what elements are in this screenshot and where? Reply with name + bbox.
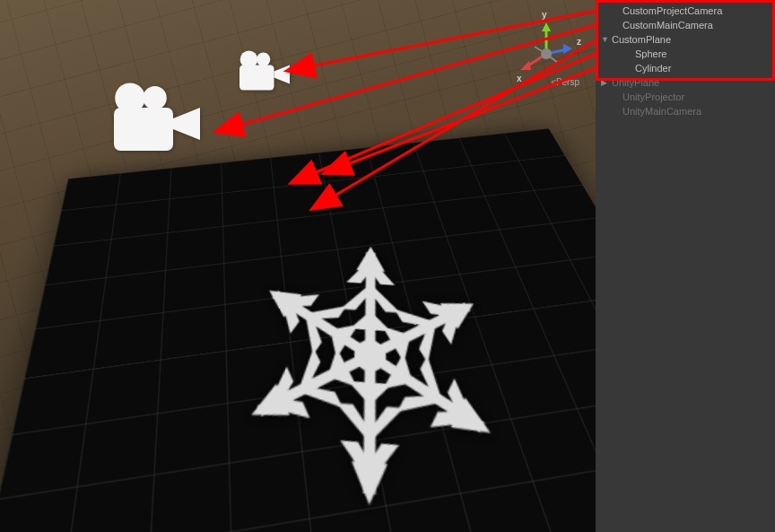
hierarchy-item-label: UnityProjector [623, 92, 684, 102]
hierarchy-item-label: UnityMainCamera [623, 106, 701, 117]
hierarchy-item[interactable]: ▶UnityPlane [596, 75, 775, 90]
orientation-gizmo[interactable]: y x z ≤Persp [515, 13, 578, 85]
svg-marker-15 [542, 22, 551, 31]
svg-rect-6 [114, 108, 173, 151]
hierarchy-item[interactable]: UnityProjector [596, 90, 775, 104]
svg-rect-10 [239, 65, 274, 91]
svg-marker-19 [563, 44, 572, 54]
custom-plane[interactable] [0, 128, 596, 532]
scene-viewport[interactable]: y x z ≤Persp [0, 0, 596, 532]
scene-camera-icon[interactable] [233, 49, 296, 99]
hierarchy-item[interactable]: CustomMainCamera [596, 18, 775, 32]
svg-marker-11 [274, 65, 291, 84]
hierarchy-item-label: CustomProjectCamera [623, 5, 722, 16]
hierarchy-list: CustomProjectCameraCustomMainCamera▼Cust… [596, 4, 775, 118]
hierarchy-item[interactable]: ▼CustomPlane [596, 32, 775, 47]
gizmo-y-label: y [542, 10, 547, 20]
svg-point-9 [143, 86, 166, 109]
hierarchy-item[interactable]: CustomProjectCamera [596, 4, 775, 18]
svg-marker-7 [173, 108, 200, 140]
gizmo-persp-label: ≤Persp [551, 77, 579, 87]
svg-point-12 [240, 50, 258, 68]
hierarchy-item-label: Cylinder [635, 63, 671, 74]
svg-marker-17 [520, 61, 531, 70]
hierarchy-item-label: CustomMainCamera [623, 20, 713, 31]
svg-point-8 [115, 83, 145, 113]
hierarchy-item-label: Sphere [635, 48, 666, 59]
projected-snowflake-texture [213, 236, 529, 526]
svg-point-13 [257, 53, 270, 66]
scene-camera-icon[interactable] [103, 81, 211, 161]
expand-arrow-icon[interactable]: ▼ [601, 35, 612, 44]
hierarchy-item[interactable]: Cylinder [596, 61, 775, 75]
hierarchy-item-label: CustomPlane [612, 34, 671, 45]
hierarchy-panel[interactable]: CustomProjectCameraCustomMainCamera▼Cust… [596, 0, 775, 532]
hierarchy-item[interactable]: Sphere [596, 47, 775, 61]
hierarchy-item[interactable]: UnityMainCamera [596, 104, 775, 118]
expand-arrow-icon[interactable]: ▶ [601, 78, 612, 87]
hierarchy-item-label: UnityPlane [612, 77, 659, 88]
gizmo-x-label: x [517, 74, 522, 83]
gizmo-z-label: z [577, 37, 581, 47]
